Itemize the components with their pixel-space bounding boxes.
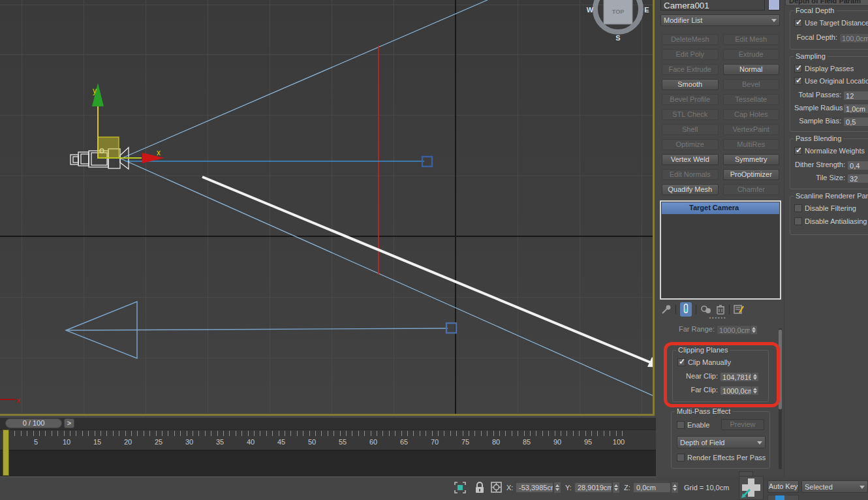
timeline-tick-label: 40 <box>247 438 255 446</box>
track-bar[interactable] <box>0 450 659 477</box>
modifier-button-quadify-mesh[interactable]: Quadify Mesh <box>662 184 719 195</box>
transform-typein-icon[interactable] <box>491 482 502 493</box>
make-unique-icon[interactable] <box>700 304 712 315</box>
near-clip-spinner[interactable] <box>752 372 759 382</box>
stack-toolbar <box>661 302 783 317</box>
show-end-result-icon[interactable] <box>680 302 692 317</box>
focal-depth-group: Focal Depth Use Target Distance Focal De… <box>790 10 868 50</box>
disable-filtering-checkbox[interactable] <box>794 204 802 212</box>
far-clip-field[interactable]: 1000,0cm <box>720 386 752 396</box>
object-name-input[interactable] <box>660 0 765 10</box>
partial-icon-fragment <box>775 495 784 500</box>
dof-rollout-header[interactable]: Depth of Field Param <box>785 0 868 6</box>
far-clip-spinner[interactable] <box>752 386 759 396</box>
modifier-button-tessellate: Tessellate <box>723 94 780 105</box>
selection-set-dropdown[interactable]: Selected <box>801 480 868 493</box>
chevron-down-icon <box>860 486 865 489</box>
modifier-button-symmetry[interactable]: Symmetry <box>723 154 780 165</box>
normalize-weights-checkbox[interactable] <box>794 147 802 155</box>
modifier-button-vertex-weld[interactable]: Vertex Weld <box>662 154 719 165</box>
clip-manually-checkbox[interactable] <box>677 358 685 366</box>
dither-strength-field[interactable]: 0,4 <box>847 161 868 170</box>
timeline-tick-label: 75 <box>461 438 469 446</box>
camera2-target[interactable] <box>446 323 456 333</box>
timeline-tick-label: 5 <box>34 438 38 446</box>
total-passes-field[interactable]: 12 <box>843 91 868 101</box>
dither-strength-label: Dither Strength: <box>794 161 845 168</box>
stack-item-target-camera[interactable]: Target Camera <box>662 202 779 214</box>
render-effects-per-pass-label: Render Effects Per Pass <box>687 454 766 461</box>
use-original-location-checkbox[interactable] <box>794 77 802 85</box>
modifier-stack-list[interactable]: Target Camera <box>660 200 781 300</box>
near-clip-field[interactable]: 104,7816c <box>720 372 752 382</box>
viewcube-west-label[interactable]: W <box>587 6 594 14</box>
modifier-button-edit-poly: Edit Poly <box>662 49 719 60</box>
focal-depth-field[interactable]: 100,0cm <box>839 33 868 43</box>
display-passes-checkbox[interactable] <box>794 65 802 72</box>
modifier-list-dropdown[interactable]: Modifier List <box>660 14 780 26</box>
modifier-button-cap-holes: Cap Holes <box>723 109 780 120</box>
timeline-tick-label: 45 <box>277 438 285 446</box>
sample-bias-field[interactable]: 0,5 <box>843 117 868 127</box>
viewcube-east-label[interactable]: E <box>644 6 649 14</box>
z-coord-field[interactable]: 0,0cm <box>633 482 671 493</box>
y-coord-field[interactable]: 28,9019cm <box>574 482 612 493</box>
configure-modifier-sets-icon[interactable] <box>734 304 745 315</box>
panel-scrollbar-thumb[interactable] <box>779 330 782 409</box>
viewcube[interactable]: TOP W E S <box>587 0 649 42</box>
neg-x-label: x <box>16 396 21 404</box>
use-target-distance-checkbox[interactable] <box>794 19 802 27</box>
enable-label: Enable <box>687 421 709 429</box>
x-coord-spinner[interactable] <box>553 482 561 493</box>
camera2[interactable] <box>66 302 456 358</box>
normalize-weights-label: Normalize Weights <box>805 147 865 155</box>
timeline-tick-label: 10 <box>63 438 70 446</box>
next-frame-button[interactable]: > <box>64 418 74 428</box>
tile-size-field[interactable]: 32 <box>847 174 868 183</box>
timeline-ruler[interactable]: 0510152025303540455055606570758085909510… <box>0 430 659 450</box>
pin-stack-icon[interactable] <box>661 304 672 315</box>
timeline-tick-label: 25 <box>155 438 163 446</box>
modifier-button-shell: Shell <box>662 124 719 135</box>
far-range-field[interactable]: 1000,0cm <box>717 325 751 335</box>
timeline-tick-label: 80 <box>492 438 500 446</box>
modifier-button-optimize: Optimize <box>662 139 719 150</box>
camera-fov-line-lower <box>121 159 653 396</box>
object-color-swatch[interactable] <box>768 0 780 10</box>
render-effects-per-pass-checkbox[interactable] <box>677 454 685 461</box>
panel-scrollbar[interactable] <box>779 328 782 469</box>
enable-checkbox[interactable] <box>677 421 685 429</box>
disable-antialiasing-checkbox[interactable] <box>794 217 802 225</box>
isolate-selection-icon[interactable] <box>454 482 466 493</box>
modifier-button-bevel: Bevel <box>723 79 780 90</box>
modifier-button-prooptimizer[interactable]: ProOptimizer <box>723 169 780 180</box>
z-coord-spinner[interactable] <box>671 482 678 493</box>
viewport-top[interactable]: y x x TOP W E S <box>0 0 655 416</box>
timeline-tick-label: 55 <box>339 438 347 446</box>
far-range-label: Far Range: <box>668 325 715 333</box>
modifier-button-normal[interactable]: Normal <box>723 64 780 75</box>
modifier-button-edit-normals: Edit Normals <box>662 169 719 180</box>
time-slider-frame-indicator[interactable]: 0 / 100 <box>5 418 62 428</box>
remove-modifier-icon[interactable] <box>716 304 725 315</box>
modifier-button-smooth[interactable]: Smooth <box>662 79 719 90</box>
z-coord-label: Z: <box>624 484 630 492</box>
x-coord-field[interactable]: -53,3985cr <box>516 482 553 493</box>
timeline-tick-label: 100 <box>613 438 625 446</box>
modifier-button-multires: MultiRes <box>723 139 780 150</box>
preview-button[interactable]: Preview <box>721 419 764 430</box>
selection-lock-icon[interactable] <box>474 482 485 493</box>
set-keys-button[interactable] <box>739 476 764 500</box>
multi-pass-effect-dropdown[interactable]: Depth of Field <box>677 436 766 448</box>
focal-depth-label: Focal Depth: <box>794 33 837 41</box>
viewcube-south-label[interactable]: S <box>615 34 620 42</box>
auto-key-button[interactable]: Auto Key <box>767 480 799 493</box>
time-slider-handle[interactable] <box>3 430 9 476</box>
y-coord-spinner[interactable] <box>612 482 619 493</box>
sample-radius-field[interactable]: 1,0cm <box>843 104 868 114</box>
far-range-spinner[interactable] <box>751 325 758 335</box>
timeline-tick-label: 15 <box>93 438 101 446</box>
panel-scroll-grip[interactable]: •••••• <box>692 315 744 320</box>
near-clip-label: Near Clip: <box>677 372 718 380</box>
modifier-button-vertexpaint: VertexPaint <box>723 124 780 135</box>
